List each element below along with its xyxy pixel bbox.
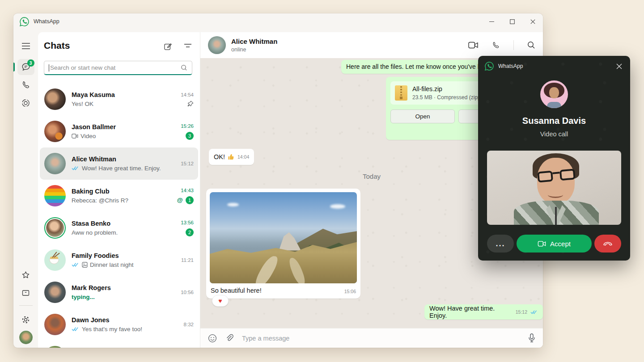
chat-time: 11:21 <box>181 257 194 263</box>
conversation-header[interactable]: Alice Whitman online <box>200 32 543 58</box>
chat-name: Mark Rogers <box>72 284 177 291</box>
message-incoming-ok[interactable]: OK! 14:04 <box>209 149 254 165</box>
sidebar-item-chats[interactable]: 3 <box>13 58 38 76</box>
message-time: 15:12 <box>516 309 527 315</box>
chats-icon: 3 <box>21 62 31 72</box>
unread-badge: 3 <box>186 132 194 140</box>
message-time: 14:04 <box>237 154 249 160</box>
read-ticks-icon <box>72 166 80 171</box>
video-call-button[interactable] <box>468 42 478 49</box>
mountain-photo[interactable] <box>210 192 357 283</box>
minimize-button[interactable] <box>481 13 502 29</box>
menu-button[interactable] <box>13 37 38 55</box>
whatsapp-logo-icon <box>19 17 30 27</box>
open-file-button[interactable]: Open <box>390 109 455 123</box>
chat-list-panel: Chats Maya Kasuma Yes! OK <box>38 32 200 348</box>
photo-caption: So beautiful here! <box>211 287 262 294</box>
sidebar-item-calls[interactable] <box>13 76 38 94</box>
hangup-icon <box>603 241 613 246</box>
voice-call-button[interactable] <box>491 41 500 50</box>
message-incoming-photo[interactable]: So beautiful here! 15:06 <box>206 189 360 299</box>
filter-chats-button[interactable] <box>184 42 192 51</box>
chat-preview: Aww no problem. <box>72 229 118 236</box>
message-time: 15:06 <box>344 289 356 294</box>
heart-reaction[interactable]: ♥ <box>212 295 229 307</box>
message-composer <box>200 328 543 348</box>
thumbs-up-emoji <box>228 153 235 160</box>
chat-list-item-ziggy[interactable]: Ziggy Woodley 8:12 <box>40 341 198 348</box>
chat-list-item-jason[interactable]: Jason Ballmer Video 15:26 3 <box>40 115 198 147</box>
window-title: WhatsApp <box>34 18 59 25</box>
close-button[interactable] <box>522 13 543 29</box>
read-ticks-icon <box>72 262 80 267</box>
message-outgoing-wow[interactable]: Wow! Have great time. Enjoy. 15:12 <box>424 304 543 320</box>
chat-name: Stasa Benko <box>72 220 177 227</box>
chat-list-item-stasa[interactable]: Stasa Benko Aww no problem. 13:56 2 <box>40 212 198 244</box>
chat-time: 13:56 <box>181 220 194 225</box>
decline-call-button[interactable] <box>594 235 621 253</box>
chat-name: Baking Club <box>72 188 174 195</box>
chat-list-item-dawn[interactable]: Dawn Jones Yes that's my fave too! 8:32 <box>40 308 198 341</box>
status-ring <box>44 217 66 239</box>
zip-file-icon <box>395 85 407 101</box>
archive-icon <box>21 288 30 298</box>
sidebar-item-profile[interactable] <box>13 328 38 346</box>
chat-list-item-mark[interactable]: Mark Rogers typing... 10:56 <box>40 276 198 308</box>
accept-label: Accept <box>550 240 571 248</box>
chat-rows: Maya Kasuma Yes! OK 14:54 Jason Ballmer <box>38 81 200 348</box>
chat-time: 14:43 <box>181 188 194 193</box>
avatar <box>44 153 66 174</box>
video-icon <box>72 134 78 139</box>
message-input[interactable] <box>242 335 520 342</box>
incoming-call-popup: WhatsApp Susanna Davis Video call ... A <box>478 56 630 261</box>
close-popup-icon[interactable] <box>613 60 625 72</box>
phone-icon <box>21 80 30 90</box>
sidebar-item-starred[interactable] <box>13 266 38 284</box>
chat-list-item-baking-club[interactable]: Baking Club Rebecca: @Chris R? 14:43 @ 1 <box>40 180 198 212</box>
sidebar-item-archived[interactable] <box>13 284 38 302</box>
chat-preview: Rebecca: @Chris R? <box>72 197 128 204</box>
contact-avatar <box>208 36 226 54</box>
new-chat-button[interactable] <box>163 42 172 51</box>
rail-divider <box>19 305 33 306</box>
file-name: All-files.zip <box>412 85 481 93</box>
search-input[interactable] <box>50 64 181 71</box>
popup-app-name: WhatsApp <box>498 63 523 69</box>
chat-list-item-family-foodies[interactable]: Family Foodies Dinner last night 11:21 <box>40 244 198 276</box>
search-in-chat-button[interactable] <box>527 41 535 49</box>
chat-time: 15:12 <box>181 161 194 166</box>
content-surface: Chats Maya Kasuma Yes! OK <box>38 32 543 348</box>
hamburger-icon <box>21 42 30 50</box>
self-video-preview <box>487 151 621 225</box>
accept-call-button[interactable]: Accept <box>517 235 592 253</box>
desktop: WhatsApp 3 <box>0 0 644 362</box>
avatar <box>46 219 64 237</box>
attach-icon[interactable] <box>225 334 233 343</box>
avatar <box>44 121 66 142</box>
chat-preview: Yes! OK <box>72 101 93 107</box>
whatsapp-logo-icon <box>484 61 494 71</box>
emoji-icon[interactable] <box>208 334 217 343</box>
chat-name: Family Foodies <box>72 252 178 259</box>
maximize-button[interactable] <box>502 13 522 29</box>
search-box[interactable] <box>44 61 192 75</box>
unread-badge: 1 <box>186 196 194 204</box>
status-icon <box>21 98 30 108</box>
avatar <box>44 185 66 206</box>
mention-icon: @ <box>177 197 183 203</box>
avatar <box>44 249 66 271</box>
text-caret <box>49 64 49 72</box>
pin-icon <box>187 101 194 107</box>
sidebar-item-settings[interactable] <box>13 311 38 328</box>
chat-time: 10:56 <box>181 290 194 295</box>
sidebar-item-status[interactable] <box>13 94 38 112</box>
chat-list-item-alice[interactable]: Alice Whitman Wow! Have great time. Enjo… <box>40 147 198 180</box>
chat-list-item-maya[interactable]: Maya Kasuma Yes! OK 14:54 <box>40 83 198 115</box>
mic-icon[interactable] <box>528 333 535 343</box>
call-more-options-button[interactable]: ... <box>487 235 514 253</box>
chats-unread-badge: 3 <box>27 59 34 67</box>
avatar <box>44 314 66 335</box>
photo-icon <box>82 262 88 268</box>
chat-preview: Video <box>80 133 96 139</box>
message-outgoing-files[interactable]: Here are all the files. Let me know once… <box>341 60 499 74</box>
